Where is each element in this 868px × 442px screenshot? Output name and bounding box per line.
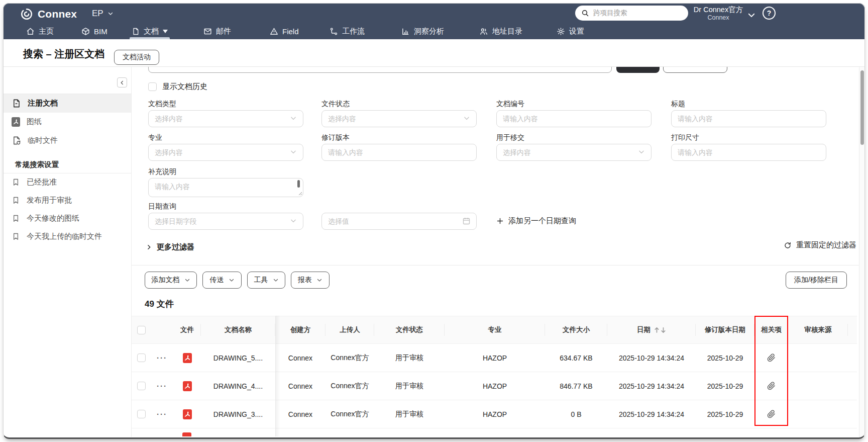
header-discipline[interactable]: 专业 [445,316,545,343]
reset-pinned-filters-button[interactable]: 重置固定的过滤器 [784,240,856,250]
header-date[interactable]: 日期 [607,316,696,343]
reports-button[interactable]: 报表 [291,272,330,289]
nav-item-bim[interactable]: BIM [81,23,107,39]
cell-review-source [788,344,848,372]
nav-item-home[interactable]: 主页 [26,23,54,39]
brand-name: Connex [38,8,77,20]
global-search-input[interactable]: 跨项目搜索 [575,6,688,21]
cell-review-source [788,400,848,428]
doc-type-select[interactable] [148,110,303,127]
brand[interactable]: Connex [20,7,77,21]
cell-creator: Connex [275,372,325,400]
sort-desc-icon [661,327,666,333]
row-menu-icon[interactable]: ··· [157,382,167,390]
header-revision-date[interactable]: 修订版本日期 [696,316,754,343]
nav-item-documents[interactable]: 文档 [132,23,168,39]
row-menu-icon[interactable]: ··· [157,353,167,362]
nav-item-directory[interactable]: 地址目录 [479,23,522,39]
nav-item-field[interactable]: Field [270,23,299,39]
sidebar-item-published-for-approval[interactable]: 发布用于审批 [3,191,131,210]
header-name[interactable]: 文档名称 [201,316,275,343]
cell-name[interactable]: DRAWING_3.... [201,400,275,428]
pdf-file-icon[interactable] [183,409,192,419]
pdf-file-icon[interactable] [183,381,192,391]
header-status[interactable]: 文件状态 [374,316,445,343]
discipline-select[interactable] [148,144,303,161]
document-activity-button[interactable]: 文档活动 [114,50,159,65]
more-filters-toggle[interactable]: 更多过滤器 [146,242,194,252]
app-window: Connex EP 跨项目搜索 Dr Connex官方 Connex ? 主页 [3,3,865,439]
sidebar-item-drawings-modified-today[interactable]: 今天修改的图纸 [3,209,131,228]
nav-item-settings[interactable]: 设置 [557,23,584,39]
table-row[interactable]: ··· DRAWING_3.... Connex Connex官方 用于审核 H… [132,400,857,428]
sidebar-item-approved[interactable]: 已经批准 [3,173,131,192]
cell-name[interactable]: DRAWING_4.... [201,372,275,400]
add-remove-columns-button[interactable]: 添加/移除栏目 [786,272,847,289]
revision-input[interactable] [321,144,477,161]
date-field-select[interactable] [148,213,303,230]
cell-review-source [788,372,848,400]
header-size[interactable]: 文件大小 [545,316,607,343]
row-checkbox[interactable] [137,353,146,362]
title-input[interactable] [671,110,826,127]
sidebar-item-label: 已经批准 [27,178,57,187]
bookmark-icon [12,196,20,205]
header-related[interactable]: 相关项 [754,316,788,343]
notes-textarea[interactable] [148,178,303,197]
table-row[interactable]: ··· DRAWING_4.... Connex Connex官方 用于审核 H… [132,372,857,400]
table-row[interactable]: ··· DRAWING_5.... Connex Connex官方 用于审核 H… [132,344,857,372]
button-label: 添加/移除栏目 [794,276,838,285]
project-switcher[interactable]: EP [92,9,114,19]
row-checkbox[interactable] [137,410,146,418]
pdf-file-icon[interactable] [183,353,192,363]
add-date-query-button[interactable]: 添加另一个日期查询 [496,216,576,226]
more-filters-label: 更多过滤器 [157,242,194,252]
vertical-scrollbar[interactable] [859,67,865,437]
date-value-input[interactable] [321,213,477,230]
header-file[interactable]: 文件 [173,316,201,343]
section-divider [132,265,859,266]
cube-icon [81,27,90,36]
paperclip-icon[interactable] [767,382,776,390]
next-row-pdf-icon-sliver [182,432,191,436]
filter-label-date-query: 日期查询 [148,202,176,211]
transmit-button[interactable]: 传送 [202,272,242,289]
select-all-checkbox[interactable] [137,326,146,334]
header-select-all-cell [132,316,151,343]
plus-icon [496,217,504,225]
user-menu[interactable]: Dr Connex官方 Connex [692,5,744,22]
sort-asc-icon [654,327,660,333]
sort-icons[interactable] [654,327,666,333]
sidebar-item-temp-files[interactable]: 临时文件 [3,131,131,150]
paperclip-icon[interactable] [767,353,776,362]
scrollbar-thumb[interactable] [860,70,864,145]
cell-status: 用于审核 [374,372,445,400]
handover-select[interactable] [496,144,652,161]
nav-item-workflow[interactable]: 工作流 [330,23,365,39]
cell-name[interactable]: DRAWING_5.... [201,344,275,372]
doc-number-input[interactable] [496,110,652,127]
header-uploader[interactable]: 上传人 [325,316,374,343]
sidebar-item-registered-documents[interactable]: 注册文档 [3,94,131,113]
row-menu-icon[interactable]: ··· [157,410,167,418]
user-chevron-down-icon[interactable] [747,11,756,20]
resize-handle-icon[interactable] [298,192,302,196]
tools-button[interactable]: 工具 [247,272,285,289]
sidebar-item-drawings[interactable]: 图纸 [3,113,131,131]
header-review-source[interactable]: 审核来源 [788,316,848,343]
textarea-scrollbar-thumb[interactable] [297,180,300,188]
print-size-input[interactable] [671,144,826,161]
paperclip-icon[interactable] [767,410,776,418]
show-history-checkbox[interactable] [148,82,157,91]
sidebar-collapse-button[interactable] [117,77,127,87]
nav-item-mail[interactable]: 邮件 [203,23,231,39]
header-creator[interactable]: 创建方 [275,316,325,343]
help-icon[interactable]: ? [763,7,776,20]
cell-uploader: Connex官方 [325,372,374,400]
row-checkbox[interactable] [137,382,146,390]
sidebar-item-temp-files-uploaded-today[interactable]: 今天我上传的临时文件 [3,227,131,246]
add-document-button[interactable]: 添加文档 [145,272,197,289]
chevron-down-icon [316,277,322,283]
nav-item-insights[interactable]: 洞察分析 [401,23,444,39]
file-status-select[interactable] [321,110,477,127]
